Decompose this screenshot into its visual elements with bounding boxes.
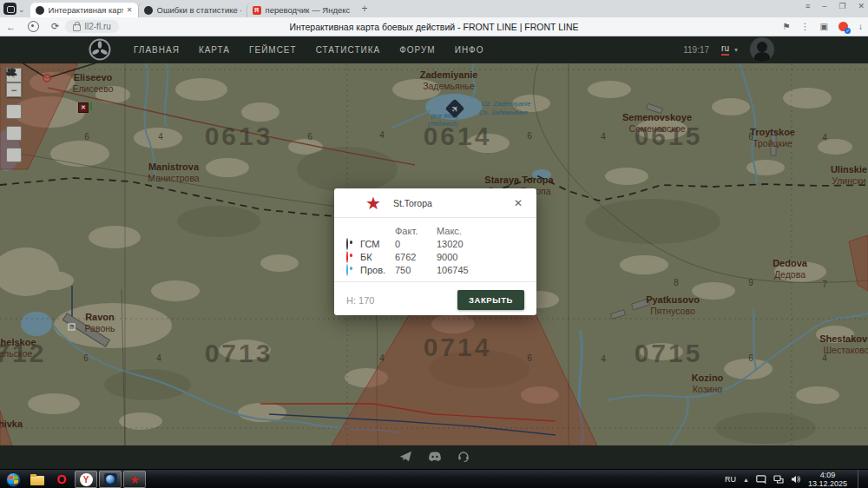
window-menu-icon[interactable]: ≡ bbox=[806, 2, 810, 10]
resource-icon bbox=[346, 238, 348, 250]
opera-taskbar-icon[interactable]: O bbox=[50, 471, 73, 488]
url-field[interactable]: Il2-fl.ru bbox=[65, 20, 119, 33]
nav-item[interactable]: ГЛАВНАЯ bbox=[134, 45, 180, 55]
tray-language[interactable]: RU bbox=[725, 475, 736, 484]
km-number: 4 bbox=[601, 132, 606, 142]
blue-app-taskbar-icon[interactable] bbox=[99, 471, 122, 488]
browser-tab[interactable]: Интерактивная карта ✕ bbox=[30, 3, 138, 17]
tab-favicon-icon: Я bbox=[253, 6, 261, 15]
water-label: Oz. Zademiyanie bbox=[482, 100, 531, 108]
zoom-out-button[interactable]: − bbox=[6, 82, 22, 97]
destroyed-target-icon[interactable]: ✕ bbox=[78, 102, 89, 113]
modal-close-icon[interactable]: ✕ bbox=[512, 195, 524, 211]
km-number: 6 bbox=[527, 353, 532, 363]
target-info-modal: ★ St.Toropa ✕ Факт. Макс. ГСМ 0 13020 bbox=[334, 188, 536, 315]
browser-logo-icon[interactable] bbox=[3, 3, 16, 15]
tray-expand-icon[interactable]: ▲ bbox=[743, 477, 749, 483]
nav-item[interactable]: ИНФО bbox=[455, 45, 484, 55]
map-town-label[interactable]: Eliseevo Елисеево bbox=[72, 72, 113, 95]
explorer-taskbar-icon[interactable] bbox=[26, 471, 49, 488]
resource-max: 9000 bbox=[437, 252, 489, 262]
resource-icon bbox=[346, 264, 348, 276]
tray-network-icon[interactable] bbox=[773, 475, 784, 484]
close-button[interactable]: ЗАКРЫТЬ bbox=[457, 290, 524, 310]
nav-item[interactable]: СТАТИСТИКА bbox=[316, 45, 381, 55]
map-town-label[interactable]: Troytskoe Тройцкие bbox=[750, 127, 795, 149]
resource-icon bbox=[346, 251, 348, 263]
nav-item[interactable]: ФОРУМ bbox=[399, 45, 436, 55]
language-selector[interactable]: ru bbox=[721, 43, 729, 56]
site-nav: ГЛАВНАЯКАРТАГЕЙМСЕТСТАТИСТИКАФОРУМИНФО bbox=[134, 45, 484, 55]
map-town-label[interactable]: shelskoe ельское bbox=[0, 337, 36, 359]
nav-item[interactable]: КАРТА bbox=[199, 45, 230, 55]
tray-tablet-icon[interactable] bbox=[756, 475, 766, 484]
start-button[interactable] bbox=[2, 471, 24, 488]
weather-layer-button[interactable] bbox=[6, 104, 22, 119]
lock-icon bbox=[73, 24, 81, 31]
tray-time: 4:09 bbox=[808, 471, 847, 479]
browser-tab-bar: ⌄ Интерактивная карта ✕ Ошибки в статист… bbox=[0, 0, 868, 17]
screen: ⌄ Интерактивная карта ✕ Ошибки в статист… bbox=[0, 0, 868, 488]
il2-app-taskbar-icon[interactable]: ★ bbox=[123, 471, 146, 488]
telegram-icon[interactable] bbox=[399, 450, 412, 465]
window-restore-icon[interactable]: ❐ bbox=[838, 2, 845, 10]
map-town-label[interactable]: Semenovskoye Семеновское bbox=[622, 112, 692, 135]
resource-label: ГСМ bbox=[360, 239, 395, 249]
km-number: 6 bbox=[83, 353, 89, 363]
browser-tab[interactable]: Ошибки в статистике - С ✕ bbox=[138, 3, 247, 17]
map-town-label[interactable]: Manistrova Манистрова bbox=[148, 162, 199, 184]
km-number: 7 bbox=[822, 280, 827, 289]
new-tab-button[interactable]: + bbox=[362, 3, 368, 15]
yandex-browser-taskbar-icon[interactable]: Y bbox=[75, 471, 97, 488]
red-zone-right bbox=[849, 235, 868, 291]
translator-extension-icon[interactable] bbox=[838, 22, 848, 31]
support-headset-icon[interactable] bbox=[457, 450, 470, 465]
download-icon[interactable]: ↓ bbox=[858, 22, 863, 31]
nav-item[interactable]: ГЕЙМСЕТ bbox=[249, 45, 297, 55]
page-title: Интерактивная карта боевых действий - FR… bbox=[289, 22, 578, 32]
bookmark-icon[interactable]: ⚑ bbox=[783, 22, 791, 31]
resource-row: Пров. 750 106745 bbox=[346, 263, 524, 276]
players-layer-button[interactable] bbox=[6, 126, 22, 141]
grid-cell-number: 0613 bbox=[205, 122, 273, 151]
km-number: 6 bbox=[84, 132, 89, 142]
km-number: 4 bbox=[822, 133, 827, 142]
map-town-label[interactable]: Dedova Дедова bbox=[773, 258, 807, 280]
modal-title: St.Toropa bbox=[393, 198, 512, 208]
refresh-icon[interactable]: ⟳ bbox=[51, 21, 59, 32]
resource-label: БК bbox=[360, 252, 395, 262]
map-town-label[interactable]: Ravon Равонь bbox=[84, 312, 115, 334]
chevron-down-icon[interactable]: ⌄ bbox=[18, 5, 25, 14]
layers-settings-button[interactable] bbox=[6, 148, 22, 162]
tray-volume-icon[interactable] bbox=[791, 475, 801, 484]
tray-clock[interactable]: 4:09 13.12.2025 bbox=[808, 471, 847, 488]
map-town-label[interactable]: Shestakovo Шестаково bbox=[819, 333, 868, 356]
tab-close-icon[interactable]: ✕ bbox=[127, 6, 133, 14]
window-close-icon[interactable]: ✕ bbox=[858, 2, 865, 10]
more-menu-icon[interactable]: ⋮ bbox=[801, 22, 810, 31]
resource-row: ГСМ 0 13020 bbox=[346, 237, 524, 250]
user-avatar[interactable] bbox=[750, 37, 774, 62]
discord-icon[interactable] bbox=[428, 450, 442, 465]
km-number: 6 bbox=[307, 132, 312, 142]
show-desktop-button[interactable] bbox=[858, 470, 863, 488]
map-town-label[interactable]: hivka bbox=[0, 419, 23, 430]
km-number: 4 bbox=[379, 353, 385, 363]
map-town-label[interactable]: Ulinskie Улински bbox=[831, 164, 867, 187]
km-number: 4 bbox=[158, 132, 163, 142]
resource-fact: 6762 bbox=[395, 252, 437, 262]
map-town-label[interactable]: Zademiyanie Задемьянье bbox=[420, 69, 478, 92]
extensions-icon[interactable]: ▣ bbox=[820, 22, 828, 31]
browser-address-bar: ← ⟳ Il2-fl.ru Интерактивная карта боевых… bbox=[0, 17, 868, 36]
map-town-label[interactable]: Kozino Козино bbox=[692, 373, 724, 395]
back-icon[interactable]: ← bbox=[6, 22, 16, 32]
map-town-label[interactable]: Pyatkusovo Пятнусово bbox=[646, 294, 700, 317]
resource-max: 106745 bbox=[437, 265, 489, 275]
map-controls: + − bbox=[6, 68, 22, 162]
window-minimize-icon[interactable]: – bbox=[822, 2, 826, 10]
site-logo-icon[interactable] bbox=[89, 38, 111, 61]
resource-fact: 750 bbox=[395, 265, 437, 275]
profile-icon[interactable] bbox=[28, 21, 39, 32]
browser-tab[interactable]: Я переводчик — Яндекс: н ✕ bbox=[247, 3, 355, 17]
grid-cell-number: 0715 bbox=[635, 339, 703, 368]
